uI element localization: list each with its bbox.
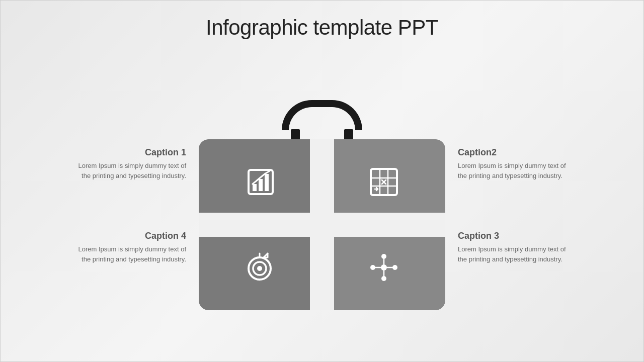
caption-1-text: Lorem Ipsum is simply dummy text of the … (75, 161, 186, 180)
caption-2-block: Caption2 Lorem Ipsum is simply dummy tex… (458, 147, 569, 180)
caption-1-title: Caption 1 (75, 147, 186, 158)
caption-1-block: Caption 1 Lorem Ipsum is simply dummy te… (75, 147, 186, 180)
quadrant-top-right (322, 139, 445, 225)
handle-right-bar (344, 129, 353, 140)
slide-title: Infographic template PPT (206, 16, 438, 40)
briefcase-container (196, 100, 448, 311)
quadrant-top-left (199, 139, 322, 225)
briefcase-body (199, 139, 445, 310)
briefcase-handle (272, 100, 372, 140)
svg-point-17 (381, 264, 387, 270)
cross-vertical (310, 139, 334, 310)
svg-point-14 (257, 266, 262, 271)
caption-4-title: Caption 4 (75, 231, 186, 241)
caption-4-block: Caption 4 Lorem Ipsum is simply dummy te… (75, 231, 186, 264)
chart-icon (245, 166, 277, 198)
network-icon (368, 251, 400, 284)
handle-arc (282, 100, 362, 130)
left-captions: Caption 1 Lorem Ipsum is simply dummy te… (35, 147, 196, 264)
caption-3-text: Lorem Ipsum is simply dummy text of the … (458, 244, 569, 264)
target-icon (245, 251, 277, 284)
caption-4-text: Lorem Ipsum is simply dummy text of the … (75, 244, 186, 264)
caption-3-title: Caption 3 (458, 231, 569, 241)
right-captions: Caption2 Lorem Ipsum is simply dummy tex… (448, 147, 609, 264)
svg-point-19 (392, 265, 397, 270)
slide: Infographic template PPT Caption 1 Lorem… (0, 0, 644, 362)
svg-point-18 (370, 265, 375, 270)
svg-rect-3 (265, 174, 269, 191)
quadrant-bottom-left (199, 225, 322, 310)
strategy-icon (368, 166, 400, 198)
quadrant-bottom-right (322, 225, 445, 310)
svg-rect-1 (253, 184, 257, 191)
caption-2-text: Lorem Ipsum is simply dummy text of the … (458, 161, 569, 180)
svg-point-20 (381, 254, 386, 259)
handle-left-bar (291, 129, 300, 140)
svg-rect-2 (259, 179, 263, 191)
caption-3-block: Caption 3 Lorem Ipsum is simply dummy te… (458, 231, 569, 264)
main-content: Caption 1 Lorem Ipsum is simply dummy te… (1, 50, 643, 361)
svg-point-21 (381, 276, 386, 281)
caption-2-title: Caption2 (458, 147, 569, 158)
